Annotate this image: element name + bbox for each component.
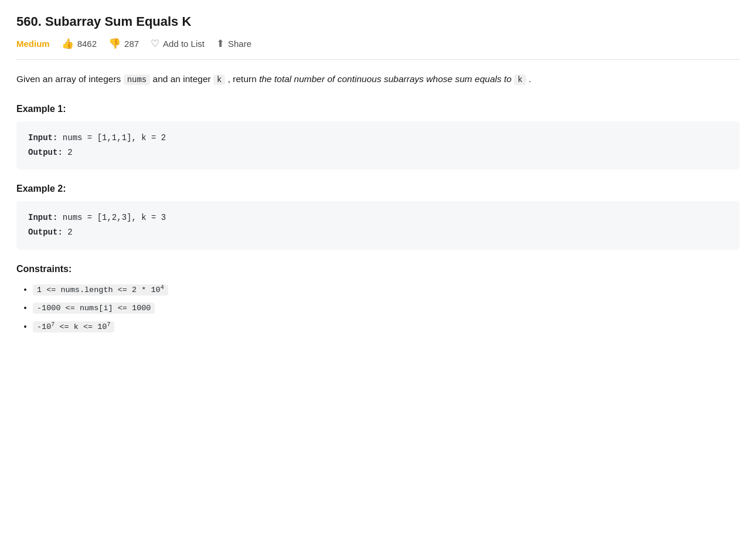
example-2-input-label: Input:: [28, 213, 57, 222]
example-1-output-line: Output: 2: [28, 145, 728, 160]
problem-title: 560. Subarray Sum Equals K: [16, 14, 740, 29]
description-italic: the total number of continuous subarrays…: [259, 74, 512, 84]
param-k-inline: k: [514, 74, 526, 85]
example-1-input-line: Input: nums = [1,1,1], k = 2: [28, 131, 728, 145]
description-text-middle1: and an integer: [153, 74, 211, 84]
dislikes-count: 287: [124, 39, 139, 49]
example-2-output-line: Output: 2: [28, 225, 728, 240]
example-2-output-label: Output:: [28, 228, 63, 237]
description-text-middle2: , return: [228, 74, 257, 84]
constraint-code-1: 1 <= nums.length <= 2 * 104: [33, 284, 168, 296]
constraint-code-2: -1000 <= nums[i] <= 1000: [33, 303, 155, 314]
example-1-code-block: Input: nums = [1,1,1], k = 2 Output: 2: [16, 121, 740, 169]
dislikes-button[interactable]: 👎 287: [108, 38, 139, 50]
example-2-output-val: 2: [67, 228, 72, 237]
problem-description: Given an array of integers nums and an i…: [16, 72, 740, 87]
likes-count: 8462: [77, 39, 97, 49]
example-2-input-line: Input: nums = [1,2,3], k = 3: [28, 211, 728, 225]
constraints-section: Constraints: 1 <= nums.length <= 2 * 104…: [16, 264, 740, 334]
example-2-input-val: nums = [1,2,3], k = 3: [63, 213, 166, 222]
difficulty-badge[interactable]: Medium: [16, 39, 50, 49]
likes-button[interactable]: 👍 8462: [62, 38, 97, 50]
example-2-heading: Example 2:: [16, 184, 740, 194]
share-icon: ⬆: [216, 38, 224, 50]
heart-icon: ♡: [151, 38, 159, 50]
share-button[interactable]: ⬆ Share: [216, 38, 251, 50]
param-nums: nums: [124, 74, 151, 85]
thumbs-up-icon: 👍: [62, 38, 74, 50]
example-1-section: Example 1: Input: nums = [1,1,1], k = 2 …: [16, 104, 740, 169]
example-2-section: Example 2: Input: nums = [1,2,3], k = 3 …: [16, 184, 740, 249]
constraint-item-2: -1000 <= nums[i] <= 1000: [33, 301, 740, 315]
param-k: k: [213, 74, 225, 85]
description-text-end: .: [529, 74, 531, 84]
constraints-heading: Constraints:: [16, 264, 740, 274]
constraint-code-3: -107 <= k <= 107: [33, 321, 114, 332]
example-1-input-val: nums = [1,1,1], k = 2: [63, 133, 166, 142]
example-1-output-val: 2: [67, 148, 72, 157]
example-1-heading: Example 1:: [16, 104, 740, 114]
description-text-before: Given an array of integers: [16, 74, 121, 84]
meta-row: Medium 👍 8462 👎 287 ♡ Add to List ⬆ Shar…: [16, 38, 740, 60]
add-to-list-label: Add to List: [163, 39, 205, 49]
constraint-item-1: 1 <= nums.length <= 2 * 104: [33, 283, 740, 297]
example-1-output-label: Output:: [28, 148, 63, 157]
thumbs-down-icon: 👎: [108, 38, 121, 50]
constraint-item-3: -107 <= k <= 107: [33, 320, 740, 334]
add-to-list-button[interactable]: ♡ Add to List: [151, 38, 205, 50]
example-1-input-label: Input:: [28, 133, 57, 142]
example-2-code-block: Input: nums = [1,2,3], k = 3 Output: 2: [16, 201, 740, 249]
constraints-list: 1 <= nums.length <= 2 * 104 -1000 <= num…: [16, 283, 740, 334]
share-label: Share: [228, 39, 251, 49]
